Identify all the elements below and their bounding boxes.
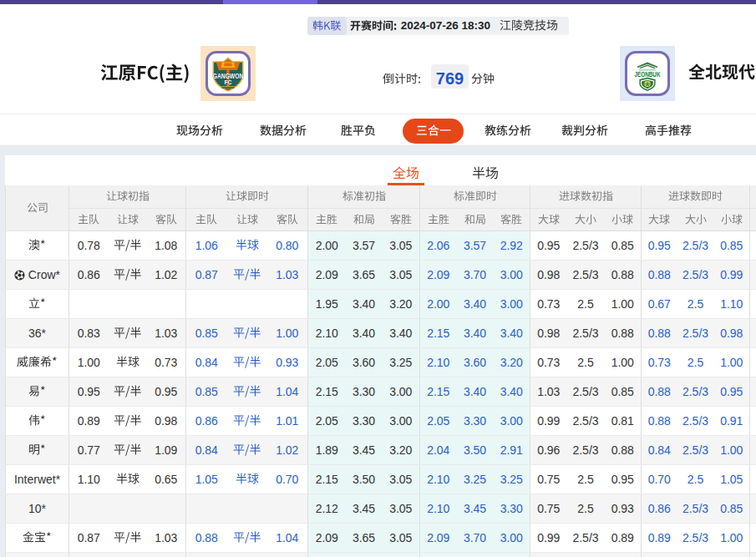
svg-text:JEONBUK: JEONBUK — [635, 70, 661, 78]
svg-text:FC: FC — [224, 79, 231, 85]
